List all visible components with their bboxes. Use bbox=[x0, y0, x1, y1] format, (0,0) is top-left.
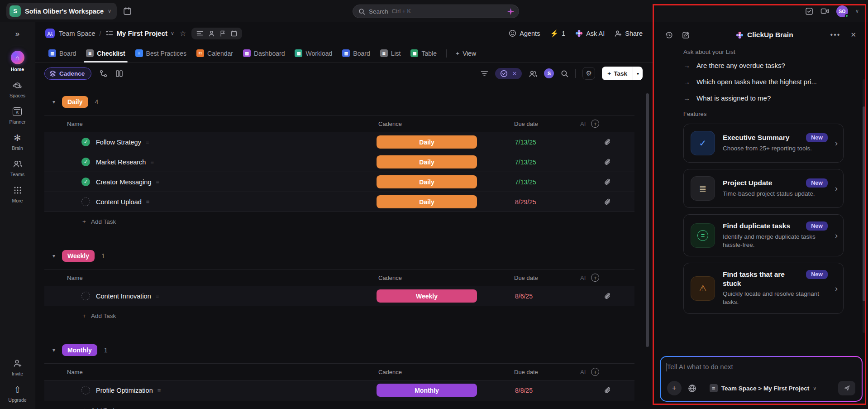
sidebar-item-upgrade[interactable]: ⇧ Upgrade bbox=[8, 384, 26, 403]
due-date[interactable]: 7/13/25 bbox=[515, 139, 536, 146]
feature-card-project-update[interactable]: ≣ Project Update New Time-based project … bbox=[683, 169, 844, 208]
history-icon[interactable] bbox=[665, 31, 673, 39]
task-name[interactable]: Follow Strategy bbox=[96, 139, 141, 146]
due-date[interactable]: 8/29/25 bbox=[515, 198, 536, 206]
attach-plus-button[interactable]: + bbox=[667, 381, 682, 395]
add-task-row[interactable]: +Add Task bbox=[44, 306, 634, 325]
suggestion-item[interactable]: → Are there any overdue tasks? bbox=[683, 62, 844, 69]
workspace-switcher[interactable]: S Sofia Oliber's Workspace ∨ bbox=[6, 3, 117, 19]
task-check-icon[interactable] bbox=[805, 7, 813, 15]
search-icon[interactable] bbox=[561, 70, 568, 77]
table-row[interactable]: ✓Creator Messaging≡ Daily 7/13/25 bbox=[44, 172, 634, 192]
task-name[interactable]: Market Research bbox=[96, 159, 146, 166]
due-date[interactable]: 8/8/25 bbox=[515, 387, 533, 394]
table-row[interactable]: Content Innovation≡ Weekly 8/6/25 bbox=[44, 286, 634, 306]
column-cadence[interactable]: Cadence bbox=[377, 274, 512, 281]
attachment-paperclip-icon[interactable] bbox=[580, 159, 634, 166]
suggestion-item[interactable]: → What is assigned to me? bbox=[683, 94, 844, 102]
cadence-badge[interactable]: Daily bbox=[377, 135, 477, 149]
collapse-caret-icon[interactable]: ▾ bbox=[52, 347, 55, 353]
tab-calendar[interactable]: 31Calendar bbox=[192, 44, 237, 62]
group-badge[interactable]: Weekly bbox=[62, 250, 95, 262]
group-badge[interactable]: Daily bbox=[62, 96, 88, 108]
table-row[interactable]: Profile Optimization≡ Monthly 8/8/25 bbox=[44, 380, 634, 400]
tab-workload[interactable]: ▤Workload bbox=[291, 44, 336, 62]
attachment-paperclip-icon[interactable] bbox=[580, 198, 634, 206]
attachment-paperclip-icon[interactable] bbox=[580, 387, 634, 394]
cadence-badge[interactable]: Daily bbox=[377, 195, 477, 208]
add-column-icon[interactable]: + bbox=[591, 368, 599, 376]
add-task-row[interactable]: +Add Task bbox=[44, 400, 634, 409]
column-cadence[interactable]: Cadence bbox=[377, 369, 512, 375]
tab-board[interactable]: ▥Board bbox=[44, 44, 80, 62]
favorite-star-icon[interactable]: ☆ bbox=[180, 29, 186, 38]
breadcrumb-project[interactable]: My First Project bbox=[117, 29, 168, 37]
column-due-date[interactable]: Due date bbox=[512, 274, 580, 281]
assignees-icon[interactable] bbox=[529, 70, 537, 77]
group-badge[interactable]: Monthly bbox=[62, 344, 97, 356]
column-ai[interactable]: AI bbox=[580, 369, 586, 375]
flag-icon[interactable] bbox=[220, 30, 225, 37]
filter-icon[interactable] bbox=[481, 70, 488, 77]
column-ai[interactable]: AI bbox=[580, 274, 586, 281]
attachment-paperclip-icon[interactable] bbox=[580, 178, 634, 186]
streak-indicator[interactable]: ⚡ 1 bbox=[550, 29, 565, 38]
collapse-caret-icon[interactable]: ▾ bbox=[52, 253, 55, 259]
scrollbar-thumb[interactable] bbox=[863, 106, 865, 301]
sidebar-item-planner[interactable]: 5 Planner bbox=[9, 106, 25, 125]
status-todo-icon[interactable] bbox=[81, 386, 90, 395]
agents-button[interactable]: Agents bbox=[509, 29, 540, 37]
task-name[interactable]: Profile Optimization bbox=[96, 387, 153, 394]
list-icon[interactable] bbox=[196, 30, 203, 36]
task-name[interactable]: Content Upload bbox=[96, 198, 142, 206]
cadence-grouping-button[interactable]: Cadence bbox=[44, 67, 91, 80]
gear-icon[interactable]: ⚙ bbox=[582, 67, 595, 80]
chevron-down-icon[interactable]: ∨ bbox=[855, 8, 859, 14]
ask-ai-button[interactable]: Ask AI bbox=[575, 29, 605, 37]
send-button[interactable] bbox=[838, 381, 855, 395]
feature-card-executive-summary[interactable]: ✓ Executive Summary New Choose from 25+ … bbox=[683, 124, 844, 163]
context-selector[interactable]: ≣ Team Space > My First Project ∨ bbox=[710, 384, 817, 392]
column-name[interactable]: Name bbox=[44, 274, 377, 281]
add-task-row[interactable]: +Add Task bbox=[44, 212, 634, 231]
due-date[interactable]: 8/6/25 bbox=[515, 293, 533, 300]
add-task-button[interactable]: +Task bbox=[602, 67, 633, 80]
cadence-badge[interactable]: Daily bbox=[377, 175, 477, 188]
sidebar-item-invite[interactable]: Invite bbox=[12, 358, 23, 376]
sidebar-item-brain[interactable]: ✻ Brain bbox=[12, 132, 23, 151]
new-chat-icon[interactable] bbox=[682, 31, 690, 39]
table-row[interactable]: ✓Follow Strategy≡ Daily 7/13/25 bbox=[44, 132, 634, 152]
sidebar-expand-button[interactable]: » bbox=[12, 28, 23, 40]
clip-record-icon[interactable] bbox=[820, 7, 829, 15]
column-ai[interactable]: AI bbox=[580, 120, 586, 127]
search-input[interactable]: Search Ctrl + K bbox=[353, 5, 519, 18]
me-avatar-filter[interactable]: S bbox=[544, 68, 554, 78]
sidebar-item-spaces[interactable]: Spaces bbox=[10, 80, 25, 98]
feature-card-find-duplicates[interactable]: = Find duplicate tasks New Identify and … bbox=[683, 214, 844, 256]
attachment-paperclip-icon[interactable] bbox=[580, 293, 634, 300]
dates-icon[interactable] bbox=[231, 30, 237, 37]
status-done-icon[interactable]: ✓ bbox=[81, 158, 90, 166]
sidebar-item-teams[interactable]: Teams bbox=[10, 159, 24, 177]
sidebar-item-more[interactable]: More bbox=[12, 185, 23, 203]
status-todo-icon[interactable] bbox=[81, 292, 90, 300]
more-options-icon[interactable]: ••• bbox=[830, 31, 841, 39]
add-view-button[interactable]: +View bbox=[452, 50, 480, 57]
table-row[interactable]: Content Upload≡ Daily 8/29/25 bbox=[44, 192, 634, 212]
ai-prompt-input[interactable] bbox=[667, 363, 855, 371]
due-date[interactable]: 7/13/25 bbox=[515, 159, 536, 166]
web-globe-icon[interactable] bbox=[688, 384, 696, 393]
column-due-date[interactable]: Due date bbox=[512, 369, 580, 375]
feature-card-stuck-tasks[interactable]: ⚠ Find tasks that are stuck New Quickly … bbox=[683, 263, 844, 313]
chevron-down-icon[interactable]: ∨ bbox=[171, 30, 174, 36]
column-name[interactable]: Name bbox=[44, 120, 377, 127]
status-done-icon[interactable]: ✓ bbox=[81, 138, 90, 146]
cadence-badge[interactable]: Weekly bbox=[377, 289, 477, 303]
calendar-icon[interactable] bbox=[123, 7, 132, 15]
tab-best-practices[interactable]: ≡Best Practices bbox=[131, 44, 191, 62]
tab-checklist[interactable]: ≣Checklist bbox=[82, 44, 129, 62]
column-cadence[interactable]: Cadence bbox=[377, 120, 512, 127]
table-row[interactable]: ✓Market Research≡ Daily 7/13/25 bbox=[44, 152, 634, 172]
status-todo-icon[interactable] bbox=[81, 197, 90, 206]
sidebar-item-home[interactable]: ⌂ Home bbox=[11, 51, 24, 72]
